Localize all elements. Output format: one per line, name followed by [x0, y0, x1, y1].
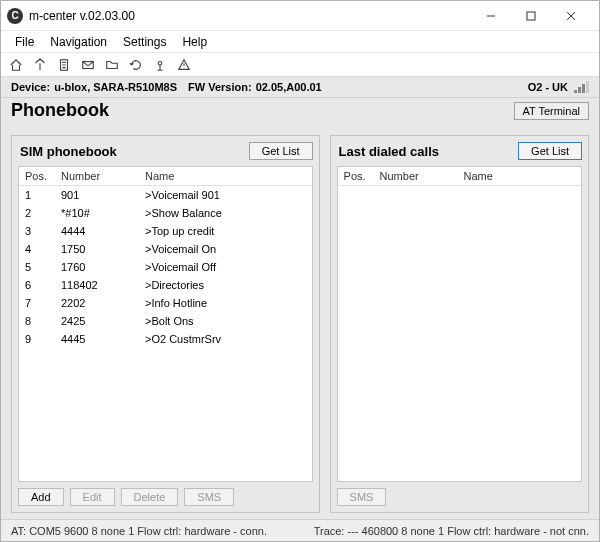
- device-value: u-blox, SARA-R510M8S: [54, 81, 177, 93]
- dialed-panel-buttons: SMS: [337, 482, 582, 506]
- at-terminal-button[interactable]: AT Terminal: [514, 102, 589, 120]
- close-icon: [566, 11, 576, 21]
- cell-name: >O2 CustmrSrv: [145, 333, 306, 345]
- table-row[interactable]: 6118402>Directories: [19, 276, 312, 294]
- table-row[interactable]: 94445>O2 CustmrSrv: [19, 330, 312, 348]
- page-title: Phonebook: [11, 100, 109, 121]
- menubar: File Navigation Settings Help: [1, 31, 599, 53]
- mail-icon[interactable]: [79, 56, 97, 74]
- signal-icon: [574, 81, 589, 93]
- col-pos-header[interactable]: Pos.: [344, 170, 380, 182]
- menu-help[interactable]: Help: [176, 33, 213, 51]
- operator-name: O2 - UK: [528, 81, 568, 93]
- status-left: AT: COM5 9600 8 none 1 Flow ctrl: hardwa…: [11, 525, 267, 537]
- minimize-button[interactable]: [471, 2, 511, 30]
- page-header: Phonebook AT Terminal: [1, 98, 599, 127]
- cell-pos: 1: [25, 189, 61, 201]
- home-icon[interactable]: [7, 56, 25, 74]
- cell-number: 118402: [61, 279, 145, 291]
- maximize-icon: [526, 11, 536, 21]
- menu-settings[interactable]: Settings: [117, 33, 172, 51]
- col-name-header[interactable]: Name: [145, 170, 306, 182]
- cell-pos: 5: [25, 261, 61, 273]
- delete-button[interactable]: Delete: [121, 488, 179, 506]
- cell-number: *#10#: [61, 207, 145, 219]
- folder-icon[interactable]: [103, 56, 121, 74]
- dialed-grid-header: Pos. Number Name: [338, 167, 581, 186]
- sim-phonebook-panel: SIM phonebook Get List Pos. Number Name …: [11, 135, 320, 513]
- toolbar: [1, 53, 599, 77]
- fw-value: 02.05,A00.01: [256, 81, 322, 93]
- sms-button[interactable]: SMS: [184, 488, 234, 506]
- cell-name: >Info Hotline: [145, 297, 306, 309]
- col-number-header[interactable]: Number: [380, 170, 464, 182]
- sim-panel-buttons: Add Edit Delete SMS: [18, 482, 313, 506]
- dialed-panel-head: Last dialed calls Get List: [337, 142, 582, 166]
- statusbar: AT: COM5 9600 8 none 1 Flow ctrl: hardwa…: [1, 519, 599, 541]
- col-pos-header[interactable]: Pos.: [25, 170, 61, 182]
- fw-label: FW Version:: [188, 81, 252, 93]
- sim-grid-header: Pos. Number Name: [19, 167, 312, 186]
- cell-number: 1750: [61, 243, 145, 255]
- refresh-icon[interactable]: [127, 56, 145, 74]
- last-dialed-panel: Last dialed calls Get List Pos. Number N…: [330, 135, 589, 513]
- cell-pos: 9: [25, 333, 61, 345]
- titlebar-left: C m-center v.02.03.00: [7, 8, 135, 24]
- cell-pos: 3: [25, 225, 61, 237]
- add-button[interactable]: Add: [18, 488, 64, 506]
- close-button[interactable]: [551, 2, 591, 30]
- cell-pos: 4: [25, 243, 61, 255]
- table-row[interactable]: 51760>Voicemail Off: [19, 258, 312, 276]
- cell-number: 4444: [61, 225, 145, 237]
- sim-grid-body: 1901>Voicemail 9012*#10#>Show Balance344…: [19, 186, 312, 348]
- sim-getlist-button[interactable]: Get List: [249, 142, 313, 160]
- device-label: Device:: [11, 81, 50, 93]
- table-row[interactable]: 72202>Info Hotline: [19, 294, 312, 312]
- cell-name: >Show Balance: [145, 207, 306, 219]
- cell-name: >Voicemail 901: [145, 189, 306, 201]
- location-icon[interactable]: [151, 56, 169, 74]
- cell-pos: 8: [25, 315, 61, 327]
- warning-icon[interactable]: [175, 56, 193, 74]
- antenna-icon[interactable]: [31, 56, 49, 74]
- svg-rect-1: [527, 12, 535, 20]
- sim-panel-title: SIM phonebook: [20, 144, 117, 159]
- dialed-sms-button[interactable]: SMS: [337, 488, 387, 506]
- app-icon: C: [7, 8, 23, 24]
- table-row[interactable]: 2*#10#>Show Balance: [19, 204, 312, 222]
- document-icon[interactable]: [55, 56, 73, 74]
- dialed-getlist-button[interactable]: Get List: [518, 142, 582, 160]
- window-controls: [471, 2, 591, 30]
- edit-button[interactable]: Edit: [70, 488, 115, 506]
- sim-panel-head: SIM phonebook Get List: [18, 142, 313, 166]
- device-info: Device: u-blox, SARA-R510M8S FW Version:…: [11, 81, 322, 93]
- table-row[interactable]: 1901>Voicemail 901: [19, 186, 312, 204]
- cell-name: >Top up credit: [145, 225, 306, 237]
- dialed-grid[interactable]: Pos. Number Name: [337, 166, 582, 482]
- cell-number: 2425: [61, 315, 145, 327]
- status-right: Trace: --- 460800 8 none 1 Flow ctrl: ha…: [314, 525, 589, 537]
- cell-name: >Directories: [145, 279, 306, 291]
- titlebar: C m-center v.02.03.00: [1, 1, 599, 31]
- cell-name: >Bolt Ons: [145, 315, 306, 327]
- col-name-header[interactable]: Name: [464, 170, 575, 182]
- dialed-panel-title: Last dialed calls: [339, 144, 439, 159]
- cell-pos: 2: [25, 207, 61, 219]
- cell-pos: 7: [25, 297, 61, 309]
- cell-name: >Voicemail Off: [145, 261, 306, 273]
- cell-number: 4445: [61, 333, 145, 345]
- menu-file[interactable]: File: [9, 33, 40, 51]
- table-row[interactable]: 34444>Top up credit: [19, 222, 312, 240]
- device-strip: Device: u-blox, SARA-R510M8S FW Version:…: [1, 77, 599, 98]
- sim-grid[interactable]: Pos. Number Name 1901>Voicemail 9012*#10…: [18, 166, 313, 482]
- cell-number: 901: [61, 189, 145, 201]
- main-area: SIM phonebook Get List Pos. Number Name …: [1, 127, 599, 519]
- menu-navigation[interactable]: Navigation: [44, 33, 113, 51]
- minimize-icon: [486, 11, 496, 21]
- maximize-button[interactable]: [511, 2, 551, 30]
- cell-number: 2202: [61, 297, 145, 309]
- table-row[interactable]: 41750>Voicemail On: [19, 240, 312, 258]
- col-number-header[interactable]: Number: [61, 170, 145, 182]
- table-row[interactable]: 82425>Bolt Ons: [19, 312, 312, 330]
- window-title: m-center v.02.03.00: [29, 9, 135, 23]
